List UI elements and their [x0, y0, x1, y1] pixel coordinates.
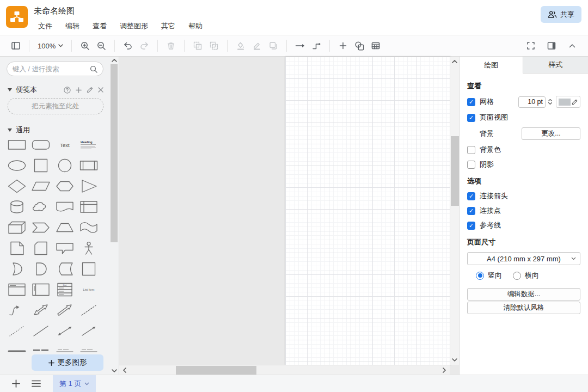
grid-checkbox[interactable] [467, 98, 475, 106]
shadow-icon[interactable] [265, 38, 281, 53]
scroll-left-icon[interactable] [120, 365, 129, 375]
menu-help[interactable]: 帮助 [188, 21, 203, 31]
scratchpad-dropzone[interactable]: 把元素拖至此处 [8, 98, 103, 114]
redo-icon[interactable] [136, 38, 152, 53]
zoom-out-icon[interactable] [93, 38, 109, 53]
waypoint-style-icon[interactable] [308, 38, 324, 53]
menu-edit[interactable]: 编辑 [65, 21, 79, 31]
shape-curve[interactable] [7, 300, 27, 321]
shape-link-label[interactable] [31, 341, 51, 353]
shape-labeled-line[interactable] [55, 341, 75, 353]
shape-vertical-container[interactable] [31, 279, 51, 300]
share-button[interactable]: 共享 [541, 6, 581, 23]
menu-view[interactable]: 查看 [93, 21, 107, 31]
insert-shape-icon[interactable] [351, 38, 367, 53]
shape-hexagon[interactable] [55, 176, 75, 197]
more-shapes-button[interactable]: 更多图形 [32, 354, 103, 371]
landscape-radio[interactable]: 横向 [513, 271, 539, 280]
shape-dashed-line[interactable] [79, 300, 99, 321]
portrait-radio[interactable]: 竖向 [476, 271, 502, 280]
scroll-up-icon[interactable] [110, 57, 118, 64]
pages-menu-button[interactable] [32, 380, 41, 387]
shape-and[interactable] [31, 259, 51, 279]
help-icon[interactable] [64, 87, 71, 94]
menu-arrange[interactable]: 调整图形 [120, 21, 148, 31]
connection-arrows-checkbox[interactable] [467, 192, 475, 200]
shape-triangle[interactable] [79, 176, 99, 197]
canvas-vertical-scrollbar[interactable] [450, 57, 459, 365]
shape-diamond[interactable] [7, 176, 27, 197]
undo-icon[interactable] [120, 38, 136, 53]
canvas-vertical-scrollbar-thumb[interactable] [451, 136, 459, 206]
line-color-icon[interactable] [249, 38, 265, 53]
page-size-select[interactable]: A4 (210 mm x 297 mm) [467, 252, 580, 265]
add-page-button[interactable] [12, 379, 20, 388]
tab-diagram[interactable]: 绘图 [460, 57, 523, 74]
shape-or[interactable] [7, 259, 27, 279]
background-color-checkbox[interactable] [467, 146, 475, 154]
shape-container[interactable] [79, 259, 99, 279]
close-scratchpad-icon[interactable] [98, 87, 103, 93]
toggle-format-panel-icon[interactable] [543, 38, 560, 53]
shape-tape[interactable] [79, 217, 99, 238]
edit-data-button[interactable]: 编辑数据... [467, 288, 580, 301]
canvas-horizontal-scrollbar-thumb[interactable] [176, 366, 256, 375]
fill-color-icon[interactable] [232, 38, 249, 53]
shape-textbox[interactable]: Heading [79, 134, 99, 155]
fullscreen-icon[interactable] [523, 38, 539, 53]
shape-bidirectional-arrow[interactable] [31, 300, 51, 321]
shape-search-input[interactable] [13, 65, 90, 73]
scroll-down-icon[interactable] [450, 356, 459, 364]
shape-cube[interactable] [7, 217, 27, 238]
shape-ellipse[interactable] [7, 155, 27, 176]
scroll-right-icon[interactable] [440, 365, 449, 375]
shape-actor[interactable] [79, 238, 99, 259]
connection-arrow-icon[interactable] [292, 38, 308, 53]
delete-icon[interactable] [163, 38, 179, 53]
toggle-shapes-panel-icon[interactable] [8, 38, 24, 53]
shape-step[interactable] [31, 217, 51, 238]
shape-cloud[interactable] [31, 197, 51, 217]
shape-rectangle[interactable] [7, 134, 27, 155]
collapse-toolbar-icon[interactable] [564, 38, 580, 53]
shape-internal-storage[interactable] [79, 197, 99, 217]
shape-internal-frame[interactable] [7, 279, 27, 300]
shadow-checkbox[interactable] [467, 161, 475, 169]
shape-parallelogram[interactable] [31, 176, 51, 197]
page-tab[interactable]: 第 1 页 [53, 375, 96, 392]
sidebar-scrollbar-thumb[interactable] [111, 64, 118, 242]
shape-callout[interactable] [55, 238, 75, 259]
zoom-in-icon[interactable] [77, 38, 93, 53]
grid-color-button[interactable] [556, 96, 580, 108]
canvas[interactable] [119, 57, 459, 375]
page-view-checkbox[interactable] [467, 114, 475, 122]
change-background-button[interactable]: 更改... [522, 127, 580, 140]
collapse-triangle-icon[interactable] [8, 128, 12, 132]
table-icon[interactable] [367, 38, 384, 53]
shape-list[interactable]: List [55, 279, 75, 300]
shape-text[interactable]: Text [55, 134, 75, 155]
shape-bidirectional-connector[interactable] [55, 321, 75, 341]
shape-arrow[interactable] [55, 300, 75, 321]
shape-document[interactable] [55, 197, 75, 217]
grid-size-input[interactable] [518, 96, 546, 108]
shape-directional-connector[interactable] [79, 321, 99, 341]
to-front-icon[interactable] [189, 38, 206, 53]
shape-card[interactable] [31, 238, 51, 259]
shape-square[interactable] [31, 155, 51, 176]
shape-data-storage[interactable] [55, 259, 75, 279]
shape-dotted-line[interactable] [7, 321, 27, 341]
shape-process[interactable] [79, 155, 99, 176]
shape-rounded-rectangle[interactable] [31, 134, 51, 155]
shape-circle[interactable] [55, 155, 75, 176]
shape-note[interactable] [7, 238, 27, 259]
edit-scratchpad-icon[interactable] [87, 87, 93, 93]
drawing-page[interactable] [285, 57, 451, 365]
insert-icon[interactable] [335, 38, 351, 53]
shape-labeled-connector[interactable] [79, 341, 99, 353]
canvas-horizontal-scrollbar[interactable] [119, 365, 450, 375]
shape-trapezoid[interactable] [55, 217, 75, 238]
scroll-down-icon[interactable] [110, 367, 118, 375]
grid-size-stepper[interactable] [547, 99, 553, 105]
menu-extras[interactable]: 其它 [161, 21, 175, 31]
